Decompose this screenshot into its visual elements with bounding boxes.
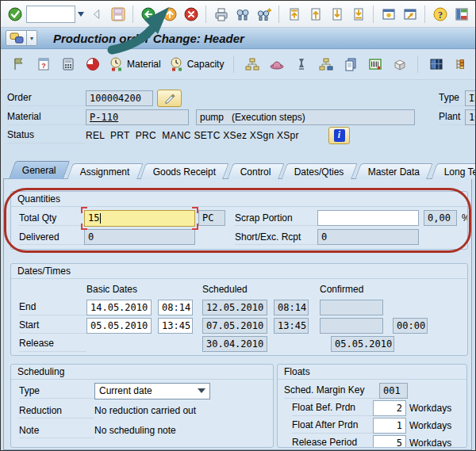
plant-field[interactable]: 10 [465,109,476,125]
short-exc-field[interactable]: 0 [317,229,419,245]
find-next-button[interactable] [254,4,274,24]
text-cursor [100,213,101,224]
create-shortcut-button[interactable] [400,4,420,24]
release-sched-date-field[interactable]: 30.04.2010 [202,336,267,352]
object-tree-button[interactable] [451,55,470,75]
tab-assignment[interactable]: Assignment [67,163,143,179]
status-info-button[interactable]: i [328,127,350,144]
tab-master-data[interactable]: Master Data [355,163,434,179]
note-value: No scheduling note [94,425,176,436]
scrap-portion-field[interactable] [317,210,419,226]
last-page-button[interactable] [348,4,368,24]
release-confirmed-field[interactable]: 05.05.2010 [331,336,394,352]
end-basic-date-field[interactable]: 14.05.2010 [86,300,152,315]
find-button[interactable] [232,4,252,24]
start-basic-date-field[interactable]: 05.05.2010 [86,318,152,334]
sequence-icon [294,56,309,72]
unit-field[interactable]: PC [198,210,225,226]
type-field[interactable]: ID [465,90,476,106]
scheduling-type-label: Type [19,383,94,399]
material-description-field[interactable]: pump (Execution steps) [196,109,415,125]
material-availability-button[interactable]: Material [107,54,163,75]
material-field[interactable]: P-110 [86,109,189,125]
end-basic-time-field[interactable]: 08:14 [158,300,193,315]
trigger-points-button[interactable] [365,55,385,75]
new-session-button[interactable] [378,4,398,24]
first-page-button[interactable] [284,4,304,24]
page-title: Production order Change: Header [53,32,244,45]
start-confirmed-time-field[interactable]: 00:00 [393,318,428,334]
end-confirmed-field[interactable] [320,300,383,315]
scrap-percent-field[interactable]: 0,00 [424,210,457,226]
tab-control[interactable]: Control [227,163,284,179]
customize-layout-icon [454,6,470,22]
plant-label: Plant [439,109,466,125]
tab-general[interactable]: General [9,161,70,179]
float-before-label: Float Bef. Prdn [292,400,373,416]
order-hierarchy-button[interactable] [316,55,336,75]
start-label: Start [19,318,86,334]
chevron-down-icon [198,388,205,393]
documents-button[interactable] [340,55,360,75]
start-basic-time-field[interactable]: 13:45 [158,318,193,334]
save-icon [110,6,126,22]
enter-check-icon [7,6,23,22]
float-before-field[interactable]: 2 [373,400,406,416]
exit-button[interactable] [159,4,179,24]
margin-key-label: Sched. Margin Key [284,383,379,399]
material-button-label: Material [127,59,161,70]
release-period-field[interactable]: 5 [373,435,406,449]
order-field[interactable]: 100004200 [86,90,153,106]
packing-button[interactable] [390,55,409,75]
dates-times-group: Dates/Times Basic Dates Scheduled Confir… [10,263,468,356]
delivered-field[interactable]: 0 [84,229,195,245]
end-sched-date-field[interactable]: 12.05.2010 [202,300,267,315]
back-button[interactable] [138,4,158,24]
missing-parts-icon: ? [36,56,52,72]
command-dropdown-button[interactable] [77,6,85,23]
release-order-button[interactable] [83,55,102,75]
cancel-button[interactable] [181,4,201,24]
next-page-button[interactable] [327,4,347,24]
capacity-availability-button[interactable]: Capacity [167,54,226,75]
sequence-overview-button[interactable] [291,55,311,75]
last-page-icon [351,6,367,22]
total-qty-label: Total Qty [19,210,84,226]
release-period-label: Release Period [292,435,373,449]
delivered-label: Delivered [19,229,84,245]
float-after-field[interactable]: 1 [373,418,406,434]
previous-page-icon [308,6,324,22]
customize-layout-button[interactable] [451,4,471,24]
flag-button[interactable] [9,55,29,75]
print-button[interactable] [211,4,231,24]
back-icon [140,6,156,22]
start-sched-time-field[interactable]: 13:45 [274,318,309,334]
tab-long-text[interactable]: Long Text [431,163,476,179]
scheduling-type-dropdown[interactable]: Current date [94,383,210,399]
toolbar-separator [278,6,279,23]
collapse-button[interactable] [86,4,106,24]
tab-goods-receipt[interactable]: Goods Receipt [140,163,230,179]
services-dropdown-button[interactable]: ▾ [27,30,37,46]
tab-dates-qties[interactable]: Dates/Qties [282,163,358,179]
components-overview-button[interactable] [267,55,286,75]
release-label: Release [19,336,86,352]
general-tab-panel: Quantities Total Qty 15 PC Scrap Portion… [3,178,472,450]
total-qty-field[interactable]: 15 [84,210,195,227]
command-field[interactable] [26,6,75,23]
margin-key-field[interactable]: 001 [379,383,408,399]
detail-table-button[interactable] [426,55,446,75]
start-sched-date-field[interactable]: 07.05.2010 [202,318,267,334]
help-button[interactable]: ? [430,4,450,24]
operations-overview-button[interactable] [242,55,262,75]
save-button[interactable] [108,4,128,24]
calculate-costs-button[interactable] [58,55,78,75]
selection-corner [192,224,198,230]
missing-parts-button[interactable]: ? [33,55,53,75]
end-sched-time-field[interactable]: 08:14 [274,300,309,315]
edit-order-button[interactable] [157,90,182,107]
gui-services-button[interactable] [6,30,27,46]
enter-button[interactable] [5,4,25,24]
previous-page-button[interactable] [305,4,325,24]
start-confirmed-field[interactable] [320,318,383,334]
